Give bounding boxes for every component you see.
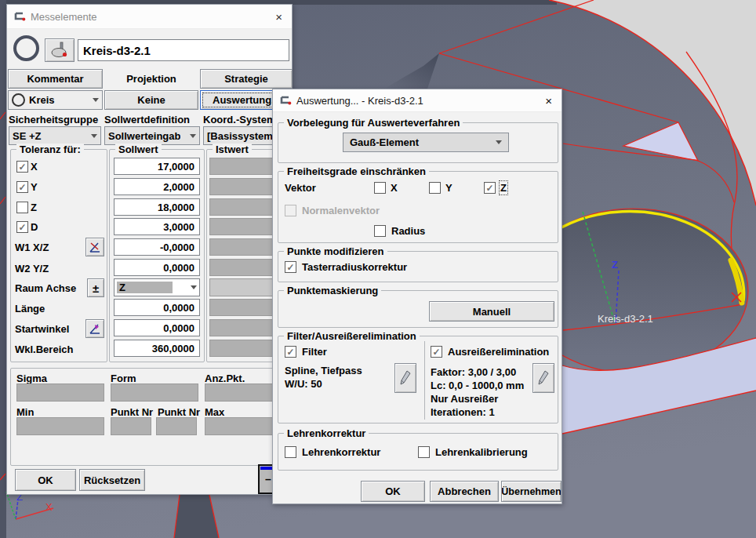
max-label: Max xyxy=(205,406,224,418)
punkt-nr1-label: Punkt Nr xyxy=(111,406,153,418)
laenge-field[interactable]: 0,0000 xyxy=(114,299,200,316)
ausreisser-line4: Iterationen: 1 xyxy=(431,406,495,418)
auswertung-titlebar[interactable]: Auswertung... - Kreis-d3-2.1 × xyxy=(273,89,562,112)
abbrechen-button[interactable]: Abbrechen xyxy=(430,481,499,502)
element-name-input[interactable] xyxy=(78,39,289,61)
app-logo-icon xyxy=(279,95,292,106)
checkbox-lehrenkalibrierung[interactable]: ✓ xyxy=(418,446,430,458)
ruecksetzen-button[interactable]: Rücksetzen xyxy=(79,469,145,491)
wkl-bereich-field[interactable]: 360,0000 xyxy=(114,340,200,357)
auswertung-title: Auswertung... - Kreis-d3-2.1 xyxy=(296,95,423,107)
chevron-down-icon xyxy=(91,134,97,138)
sicherheitsgruppe-value: SE +Z xyxy=(13,130,42,142)
ausreisser-label: Ausreißerelimination xyxy=(448,346,549,358)
punktemaskierung-group: Punktemaskierung Manuell xyxy=(278,290,558,328)
sollwert-z-field[interactable]: 18,0000 xyxy=(114,198,200,216)
app-logo-icon xyxy=(13,11,26,22)
normalenvektor-label: Normalenvektor xyxy=(302,205,380,216)
sollwert-y-field[interactable]: 2,0000 xyxy=(114,178,200,195)
sollwert-w1-field[interactable]: -0,0000 xyxy=(114,238,200,256)
w1-angle-button[interactable] xyxy=(85,238,104,256)
projektion-label: Projektion xyxy=(104,69,198,89)
filter-line1: Spline, Tiefpass xyxy=(285,365,362,376)
check-icon: ✓ xyxy=(18,183,26,192)
tol-y-label: Y xyxy=(31,181,38,193)
checkbox-lehrenkorrektur[interactable]: ✓ xyxy=(285,446,296,458)
probe-button[interactable] xyxy=(45,38,75,62)
punkt-nr2-label: Punkt Nr xyxy=(158,406,200,418)
vektor-y-label: Y xyxy=(445,182,453,194)
lehrenkorrektur-label: Lehrenkorrektur xyxy=(302,446,380,458)
startwinkel-field[interactable]: 0,0000 xyxy=(114,319,200,336)
plus-minus-button[interactable]: ± xyxy=(87,278,104,297)
lehrenkalibrierung-label: Lehrenkalibrierung xyxy=(435,446,528,458)
form-label: Form xyxy=(111,373,136,384)
uebernehmen-button[interactable]: Übernehmen xyxy=(501,481,562,502)
sollwert-x-field[interactable]: 17,0000 xyxy=(114,158,200,175)
filter-label: Filter xyxy=(302,346,327,358)
checkbox-tol-x[interactable]: ✓ xyxy=(16,161,28,173)
filter-edit-button[interactable] xyxy=(394,363,416,393)
koord-system-label: Koord.-System xyxy=(203,114,275,125)
sollwertdefinition-dropdown[interactable]: Sollwerteingabe xyxy=(104,126,200,145)
istwert-legend: Istwert xyxy=(213,144,252,155)
keine-button[interactable]: Keine xyxy=(104,90,198,110)
sollwertdefinition-label: Sollwertdefinition xyxy=(104,114,190,125)
vektor-z-label: Z xyxy=(500,182,507,194)
ausreisser-edit-button[interactable] xyxy=(532,363,554,393)
geometry-type-dropdown[interactable]: Kreis xyxy=(8,90,103,110)
messelemente-titlebar[interactable]: Messelemente × xyxy=(7,5,292,29)
checkbox-tasterradiuskorrektur[interactable]: ✓ xyxy=(285,261,296,273)
raum-achse-dropdown[interactable]: Z xyxy=(114,278,200,296)
kommentar-button[interactable]: Kommentar xyxy=(8,69,103,89)
checkbox-vektor-z[interactable]: ✓ xyxy=(484,182,496,194)
min-label: Min xyxy=(16,406,34,418)
model-shadow-left xyxy=(0,0,6,538)
strategie-button[interactable]: Strategie xyxy=(200,69,293,89)
sollwert-d-field[interactable]: 3,0000 xyxy=(114,218,200,235)
checkbox-vektor-x[interactable]: ✓ xyxy=(374,182,386,194)
w1xz-label: W1 X/Z xyxy=(15,242,49,253)
manuell-button[interactable]: Manuell xyxy=(429,301,554,322)
auswerteverfahren-dropdown[interactable]: Gauß-Element xyxy=(343,133,509,152)
messelemente-title: Messelemente xyxy=(31,11,97,23)
min-field xyxy=(16,417,104,435)
checkbox-tol-d[interactable]: ✓ xyxy=(16,221,28,233)
checkbox-vektor-y[interactable]: ✓ xyxy=(429,182,441,194)
angle-arrow-icon xyxy=(89,322,101,335)
check-icon: ✓ xyxy=(485,184,493,193)
checkbox-radius[interactable]: ✓ xyxy=(374,225,386,237)
sicherheitsgruppe-dropdown[interactable]: SE +Z xyxy=(9,126,101,145)
circle-icon xyxy=(12,93,25,107)
tasterradiuskorrektur-label: Tasterradiuskorrektur xyxy=(302,261,407,273)
element-z-axis-label: Z xyxy=(612,259,618,271)
pencil-icon xyxy=(537,369,550,387)
punkte-modifizieren-group: Punkte modifizieren ✓ Tasterradiuskorrek… xyxy=(278,251,558,282)
sicherheitsgruppe-label: Sicherheitsgruppe xyxy=(9,114,98,125)
checkbox-tol-y[interactable]: ✓ xyxy=(16,181,28,193)
tol-x-label: X xyxy=(31,161,38,173)
ok-button[interactable]: OK xyxy=(15,469,76,491)
filter-group: Filter/Ausreißerelimination ✓ Filter Spl… xyxy=(278,336,558,423)
check-icon: ✓ xyxy=(18,223,26,232)
check-icon: ✓ xyxy=(286,263,294,272)
checkbox-normalenvektor[interactable]: ✓ xyxy=(285,205,296,216)
punktemaskierung-legend: Punktemaskierung xyxy=(284,285,381,296)
checkbox-filter[interactable]: ✓ xyxy=(285,346,296,358)
close-icon[interactable]: × xyxy=(536,94,562,107)
close-icon[interactable]: × xyxy=(266,10,292,24)
filter-legend: Filter/Ausreißerelimination xyxy=(284,330,420,342)
sollwert-w2-field[interactable]: 0,0000 xyxy=(114,259,200,276)
element-label: Kreis-d3-2.1 xyxy=(598,313,653,325)
tol-d-label: D xyxy=(31,221,38,233)
ausreisser-line3: Nur Ausreißer xyxy=(431,393,498,405)
ok-button[interactable]: OK xyxy=(361,481,425,502)
checkbox-tol-z[interactable]: ✓ xyxy=(16,202,28,213)
toleranz-legend: Toleranz für: xyxy=(16,144,84,155)
geometry-type-value: Kreis xyxy=(29,94,55,106)
vorbelegung-legend: Vorbelegung für Auswerteverfahren xyxy=(284,117,463,129)
checkbox-ausreisser[interactable]: ✓ xyxy=(431,346,442,358)
punkt-nr1-field xyxy=(111,417,151,435)
startwinkel-angle-button[interactable] xyxy=(85,319,104,338)
chevron-down-icon xyxy=(93,98,99,102)
